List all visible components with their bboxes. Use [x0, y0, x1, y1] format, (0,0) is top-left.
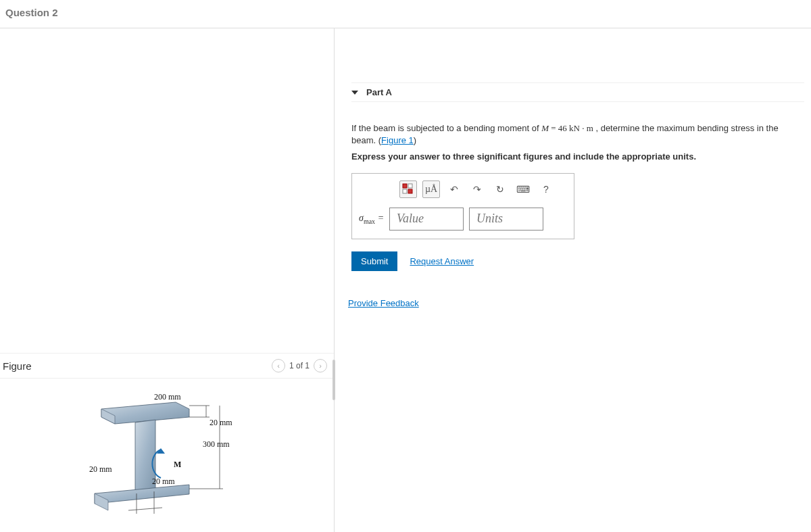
svg-rect-17: [408, 189, 412, 193]
feedback-row: Provide Feedback: [348, 298, 804, 308]
units-placeholder: Units: [476, 212, 503, 226]
keyboard-icon[interactable]: ⌨: [514, 180, 532, 198]
main-layout: Figure ‹ 1 of 1 ›: [0, 28, 811, 532]
units-symbol-button[interactable]: µÅ: [422, 180, 440, 198]
question-header: Question 2: [0, 0, 811, 28]
prompt-instruction: Express your answer to three significant…: [351, 151, 696, 162]
figure-header-row: Figure ‹ 1 of 1 ›: [0, 353, 334, 379]
figure-pager-label: 1 of 1: [289, 361, 310, 370]
help-icon[interactable]: ?: [537, 180, 555, 198]
part-title: Part A: [366, 87, 392, 97]
left-pane: Figure ‹ 1 of 1 ›: [0, 28, 335, 532]
dim-top-flange-thick: 20 mm: [210, 418, 232, 428]
units-input[interactable]: Units: [469, 208, 543, 231]
prompt-text-pre: If the beam is subjected to a bending mo…: [351, 123, 541, 133]
provide-feedback-link[interactable]: Provide Feedback: [348, 298, 419, 308]
answer-box: µÅ ↶ ↷ ↻ ⌨ ? σmax = Value Units: [351, 173, 574, 239]
pane-resize-handle[interactable]: [333, 360, 335, 400]
undo-icon[interactable]: ↶: [445, 180, 463, 198]
problem-prompt: If the beam is subjected to a bending mo…: [351, 122, 804, 164]
sigma-symbol: σ: [359, 213, 364, 223]
sigma-sub: max: [364, 217, 375, 224]
caret-down-icon: [351, 91, 358, 95]
reset-icon[interactable]: ↻: [491, 180, 509, 198]
dim-top-flange-width: 200 mm: [154, 392, 181, 402]
template-icon[interactable]: [399, 180, 417, 198]
figure-canvas: 200 mm 20 mm 300 mm M 20 mm 20 mm: [0, 379, 334, 527]
dim-bottom-flange-left: 20 mm: [89, 464, 112, 475]
equals: =: [375, 213, 384, 223]
prompt-eq: = 46: [549, 123, 569, 133]
dim-web-thick: 20 mm: [152, 477, 175, 487]
value-input[interactable]: Value: [389, 208, 464, 231]
value-placeholder: Value: [397, 212, 424, 226]
action-row: Submit Request Answer: [351, 251, 804, 271]
svg-rect-15: [408, 184, 412, 188]
answer-toolbar: µÅ ↶ ↷ ↻ ⌨ ?: [359, 180, 567, 198]
redo-icon[interactable]: ↷: [468, 180, 486, 198]
prompt-M: M: [541, 123, 549, 133]
figure-title: Figure: [3, 360, 32, 372]
figure-next-button[interactable]: ›: [314, 359, 327, 372]
prompt-units: kN · m: [569, 123, 593, 133]
request-answer-link[interactable]: Request Answer: [410, 256, 474, 266]
figure-pager: ‹ 1 of 1 ›: [272, 359, 327, 372]
beam-diagram: [74, 389, 318, 531]
dim-moment-label: M: [174, 460, 181, 470]
answer-row: σmax = Value Units: [359, 208, 567, 231]
right-pane: Part A If the beam is subjected to a ben…: [335, 28, 811, 532]
submit-button[interactable]: Submit: [351, 251, 397, 271]
svg-rect-14: [403, 184, 407, 188]
figure-prev-button[interactable]: ‹: [272, 359, 285, 372]
figure-link[interactable]: Figure 1: [381, 135, 414, 145]
svg-rect-16: [403, 189, 407, 193]
part-header[interactable]: Part A: [351, 82, 804, 102]
sigma-label: σmax =: [359, 213, 384, 225]
dim-web-height: 300 mm: [203, 439, 230, 450]
svg-line-13: [128, 508, 162, 510]
question-title: Question 2: [5, 7, 58, 18]
